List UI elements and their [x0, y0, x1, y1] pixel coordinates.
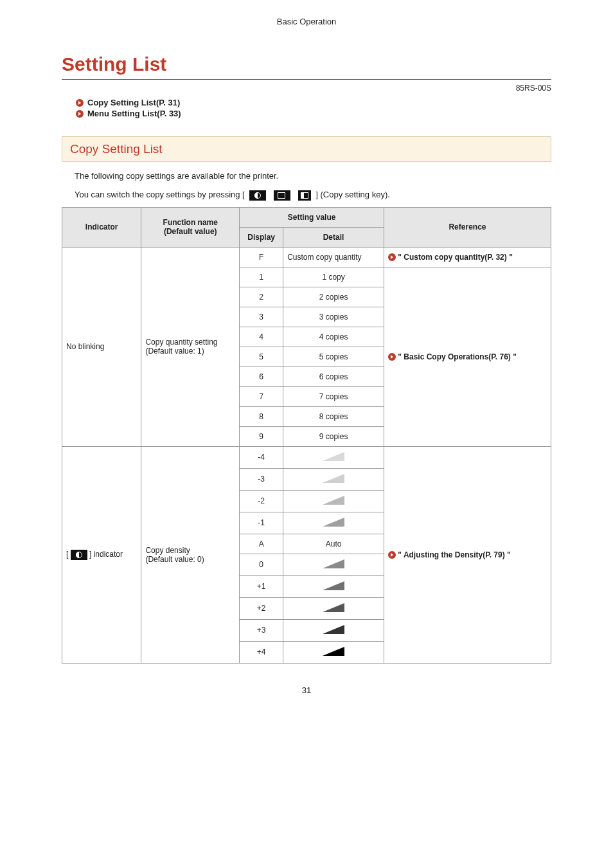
cell-detail: 6 copies: [283, 366, 384, 386]
density-triangle-icon: [323, 581, 344, 590]
ref-link-adjust-density[interactable]: " Adjusting the Density(P. 79) ": [384, 446, 551, 663]
cell-display: 7: [240, 386, 283, 406]
cell-detail-tri: [283, 446, 384, 468]
th-function: Function name (Default value): [141, 207, 240, 247]
cell-display: A: [240, 534, 283, 554]
bullet-play-icon: [76, 99, 84, 107]
cell-detail: Custom copy quantity: [283, 247, 384, 267]
ref-link-custom-copy-qty[interactable]: " Custom copy quantity(P. 32) ": [384, 247, 551, 267]
page-number: 31: [62, 685, 551, 695]
th-indicator: Indicator: [62, 207, 141, 247]
density-triangle-icon: [323, 559, 344, 568]
intro-text-1: The following copy settings are availabl…: [75, 171, 551, 181]
cell-detail: 4 copies: [283, 327, 384, 347]
toc-label: Copy Setting List(P. 31): [87, 98, 180, 107]
cell-display: -1: [240, 512, 283, 534]
density-key-icon: [249, 190, 266, 201]
cell-display: 2: [240, 287, 283, 307]
cell-indicator-noblink: No blinking: [62, 247, 141, 446]
intro-text-2: You can switch the copy settings by pres…: [75, 190, 551, 201]
density-triangle-icon: [323, 452, 344, 461]
cell-display: 4: [240, 327, 283, 347]
pages-key-icon: [274, 190, 290, 201]
cell-display: -4: [240, 446, 283, 468]
cell-display: +3: [240, 619, 283, 641]
cell-display: +4: [240, 641, 283, 663]
th-detail: Detail: [283, 227, 384, 247]
toc-label: Menu Setting List(P. 33): [87, 109, 181, 118]
settings-table: Indicator Function name (Default value) …: [62, 207, 551, 664]
cell-func-density: Copy density (Default value: 0): [141, 446, 240, 663]
th-reference: Reference: [384, 207, 551, 247]
cell-detail: 3 copies: [283, 307, 384, 327]
cell-display: 3: [240, 307, 283, 327]
cell-display: -2: [240, 490, 283, 512]
cell-detail-tri: [283, 597, 384, 619]
cell-detail: 5 copies: [283, 347, 384, 366]
intro-2a: You can switch the copy settings by pres…: [75, 190, 245, 199]
running-header: Basic Operation: [62, 17, 551, 26]
intro-2b: ] (Copy setting key).: [315, 190, 390, 199]
bullet-play-icon: [388, 253, 396, 261]
cell-detail-tri: [283, 490, 384, 512]
cell-display: 8: [240, 406, 283, 426]
bullet-play-icon: [388, 353, 396, 361]
bullet-play-icon: [388, 551, 396, 559]
section-heading-wrap: Copy Setting List: [62, 136, 551, 162]
density-triangle-icon: [323, 518, 344, 527]
cell-detail: 1 copy: [283, 267, 384, 287]
cell-detail: 2 copies: [283, 287, 384, 307]
cell-display: F: [240, 247, 283, 267]
id-key-icon: [298, 190, 311, 201]
density-indicator-icon: [71, 550, 87, 560]
cell-display: 5: [240, 347, 283, 366]
cell-display: +2: [240, 597, 283, 619]
cell-detail: 8 copies: [283, 406, 384, 426]
cell-display: 1: [240, 267, 283, 287]
ref-link-basic-copy-ops[interactable]: " Basic Copy Operations(P. 76) ": [384, 267, 551, 446]
density-triangle-icon: [323, 647, 344, 656]
cell-detail-tri: [283, 575, 384, 597]
cell-detail-tri: [283, 512, 384, 534]
toc-link-copy-setting-list[interactable]: Copy Setting List(P. 31): [76, 98, 551, 107]
section-heading: Copy Setting List: [70, 142, 543, 156]
doc-code: 85RS-00S: [62, 84, 551, 93]
th-setting-value: Setting value: [240, 207, 384, 227]
ref-label: " Custom copy quantity(P. 32) ": [398, 253, 513, 262]
cell-detail-tri: [283, 641, 384, 663]
cell-detail: 9 copies: [283, 426, 384, 446]
density-triangle-icon: [323, 474, 344, 483]
density-triangle-icon: [323, 625, 344, 634]
cell-detail: 7 copies: [283, 386, 384, 406]
cell-detail-tri: [283, 554, 384, 575]
cell-detail-tri: [283, 468, 384, 490]
th-display: Display: [240, 227, 283, 247]
cell-display: 0: [240, 554, 283, 575]
density-triangle-icon: [323, 603, 344, 612]
ref-label: " Adjusting the Density(P. 79) ": [398, 550, 510, 559]
page-title: Setting List: [62, 53, 551, 80]
toc-link-menu-setting-list[interactable]: Menu Setting List(P. 33): [76, 109, 551, 118]
cell-display: -3: [240, 468, 283, 490]
cell-display: 9: [240, 426, 283, 446]
cell-detail: Auto: [283, 534, 384, 554]
cell-indicator-density: [ ] indicator: [62, 446, 141, 663]
cell-func-copyqty: Copy quantity setting (Default value: 1): [141, 247, 240, 446]
cell-display: 6: [240, 366, 283, 386]
density-triangle-icon: [323, 496, 344, 505]
cell-display: +1: [240, 575, 283, 597]
bullet-play-icon: [76, 110, 84, 118]
ref-label: " Basic Copy Operations(P. 76) ": [398, 352, 517, 361]
cell-detail-tri: [283, 619, 384, 641]
